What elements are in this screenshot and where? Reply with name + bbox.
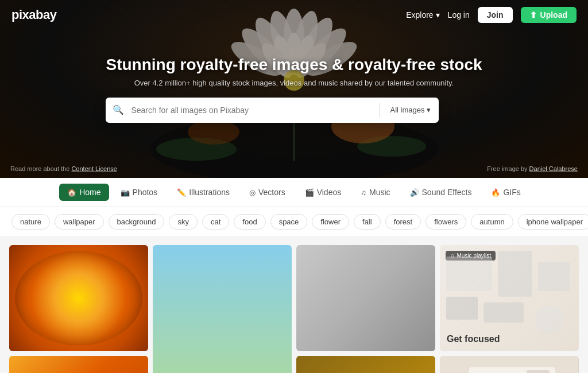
image-card-flower[interactable] [9,245,148,351]
photographer-link[interactable]: Daniel Calabrese [529,165,578,172]
tag-forest[interactable]: forest [385,214,421,230]
photographer-credit: Free image by Daniel Calabrese [487,165,578,172]
search-bar: 🔍 All images ▾ [106,98,439,123]
music-icon: ♫ [361,188,366,197]
svg-rect-23 [498,251,532,297]
site-logo[interactable]: pixabay [11,7,56,22]
nav-right-section: Explore ▾ Log in Join ⬆ Upload [406,7,577,23]
content-license-link[interactable]: Content License [71,165,117,172]
category-item-videos[interactable]: 🎬Videos [297,184,350,201]
category-item-music[interactable]: ♫Music [353,184,398,201]
content-license-text: Read more about the Content License [10,165,117,172]
category-item-illustrations[interactable]: ✏️Illustrations [169,184,238,201]
grid-column-3 [296,245,435,373]
svg-rect-25 [446,297,478,320]
illustrations-icon: ✏️ [177,188,186,197]
tag-flower[interactable]: flower [312,214,349,230]
sound-effects-icon: 🔊 [410,188,419,197]
search-filter-dropdown[interactable]: All images ▾ [382,106,439,114]
svg-rect-24 [538,262,570,291]
search-input[interactable] [131,106,377,115]
join-button[interactable]: Join [478,7,513,23]
home-icon: 🏠 [67,188,76,197]
hero-title: Stunning royalty-free images & royalty-f… [106,56,482,74]
hero-footer: Read more about the Content License Free… [0,165,588,172]
category-item-vectors[interactable]: ◎Vectors [241,184,293,201]
chevron-down-icon: ▾ [427,106,431,114]
search-icon: 🔍 [106,104,131,115]
hero-content: Stunning royalty-free images & royalty-f… [94,56,493,123]
top-navigation: pixabay Explore ▾ Log in Join ⬆ Upload [0,0,588,30]
category-navigation: 🏠Home📷Photos✏️Illustrations◎Vectors🎬Vide… [0,178,588,207]
upload-button[interactable]: ⬆ Upload [521,7,577,23]
tag-background[interactable]: background [109,214,165,230]
image-card-pumpkins[interactable] [9,356,148,373]
svg-rect-26 [483,302,524,323]
svg-rect-22 [446,257,492,291]
image-card-bee[interactable] [296,245,435,351]
tag-autumn[interactable]: autumn [471,214,513,230]
tag-fall[interactable]: fall [354,214,381,230]
svg-point-4 [188,119,239,145]
category-item-gifs[interactable]: 🔥GIFs [483,184,528,201]
image-card-person[interactable] [440,356,579,373]
grid-column-2 [153,245,292,373]
hero-section: pixabay Explore ▾ Log in Join ⬆ Upload S… [0,0,588,178]
category-item-photos[interactable]: 📷Photos [113,184,166,201]
chevron-down-icon: ▾ [436,10,440,20]
tag-cat[interactable]: cat [202,214,229,230]
tag-space[interactable]: space [270,214,308,230]
image-card-workspace[interactable]: ♫ Music playlist Get focused [440,245,579,351]
explore-menu[interactable]: Explore ▾ [406,10,439,20]
image-card-girl-pumpkins[interactable] [153,245,292,373]
grid-column-1 [9,245,148,373]
gifs-icon: 🔥 [491,188,500,197]
tag-sky[interactable]: sky [169,214,198,230]
grid-column-4: ♫ Music playlist Get focused [440,245,579,373]
svg-rect-32 [527,370,550,373]
tag-wallpaper[interactable]: wallpaper [55,214,104,230]
tag-flowers[interactable]: flowers [425,214,466,230]
upload-icon: ⬆ [530,10,537,20]
image-card-autumn[interactable] [296,356,435,373]
videos-icon: 🎬 [305,188,314,197]
hero-subtitle: Over 4.2 million+ high quality stock ima… [106,79,482,87]
vectors-icon: ◎ [249,188,256,197]
tag-nature[interactable]: nature [11,214,50,230]
tags-row: naturewallpaperbackgroundskycatfoodspace… [0,207,588,237]
tag-iphone-wallpaper[interactable]: iphone wallpaper [518,214,588,230]
tag-food[interactable]: food [234,214,265,230]
category-item-home[interactable]: 🏠Home [59,184,109,201]
photos-icon: 📷 [121,188,130,197]
svg-point-27 [535,305,564,334]
image-grid: ♫ Music playlist Get focused [0,237,588,373]
login-button[interactable]: Log in [448,10,470,20]
search-divider [379,103,380,117]
category-item-sound-effects[interactable]: 🔊Sound Effects [402,184,480,201]
